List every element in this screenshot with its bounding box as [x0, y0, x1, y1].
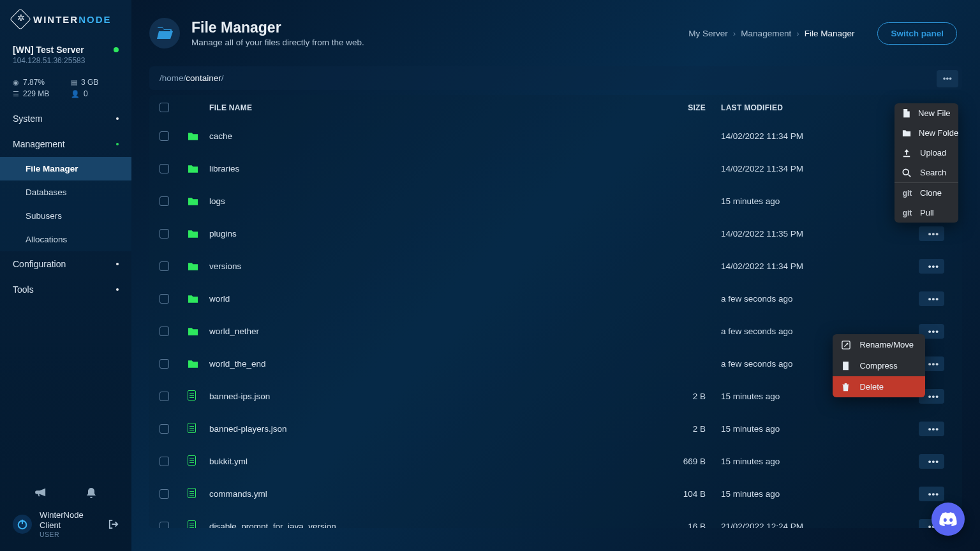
- nav-tools[interactable]: Tools: [0, 277, 131, 302]
- server-ip: 104.128.51.36:25583: [13, 56, 119, 65]
- table-row[interactable]: cache14/02/2022 11:34 PM•••: [149, 120, 962, 152]
- crumb-server[interactable]: My Server: [688, 29, 728, 38]
- menu-new-file[interactable]: New File: [895, 103, 958, 123]
- row-checkbox[interactable]: [160, 294, 169, 304]
- row-checkbox[interactable]: [160, 261, 169, 271]
- table-row[interactable]: logs15 minutes ago•••: [149, 185, 962, 217]
- chevron-right-icon: ›: [733, 29, 736, 38]
- row-checkbox[interactable]: [160, 457, 169, 466]
- nav-sub-allocations[interactable]: Allocations: [0, 228, 131, 251]
- table-header: FILE NAME SIZE LAST MODIFIED: [149, 95, 962, 120]
- nav-sub-file-manager[interactable]: File Manager: [0, 157, 131, 180]
- menu-compress[interactable]: Compress: [833, 355, 925, 376]
- file-name: world_nether: [209, 327, 259, 336]
- path-bar[interactable]: / home / container / •••: [149, 66, 962, 90]
- table-row[interactable]: libraries14/02/2022 11:34 PM•••: [149, 152, 962, 185]
- row-checkbox[interactable]: [160, 229, 169, 239]
- col-filename[interactable]: FILE NAME: [209, 103, 619, 112]
- server-card[interactable]: [WN] Test Server 104.128.51.36:25583: [0, 37, 131, 74]
- dot-icon: [116, 263, 119, 265]
- page-header: File Manager Manage all of your files di…: [131, 0, 980, 60]
- dot-icon: [116, 143, 119, 145]
- svg-point-2: [903, 169, 909, 175]
- file-name: world_the_end: [209, 359, 266, 369]
- table-row[interactable]: plugins14/02/2022 11:35 PM•••: [149, 217, 962, 250]
- server-stats: ◉7.87% ▤3 GB ☰229 MB 👤0: [0, 74, 131, 106]
- select-all-checkbox[interactable]: [160, 103, 169, 112]
- folder-icon: [188, 132, 209, 141]
- file-icon: [188, 488, 196, 498]
- sidebar-footer: WinterNode Client USER: [0, 476, 131, 552]
- file-name: world: [209, 294, 230, 304]
- discord-button[interactable]: [932, 503, 965, 536]
- row-checkbox[interactable]: [160, 196, 169, 206]
- brand[interactable]: WINTERNODE: [0, 0, 131, 37]
- folder-icon: [188, 295, 209, 304]
- row-checkbox[interactable]: [160, 424, 169, 434]
- menu-upload[interactable]: Upload: [895, 143, 958, 163]
- table-row[interactable]: disable_prompt_for_java_version16 B21/02…: [149, 510, 962, 528]
- row-checkbox[interactable]: [160, 164, 169, 173]
- menu-new-folder[interactable]: New Folder: [895, 123, 958, 143]
- logout-icon[interactable]: [108, 519, 119, 529]
- file-table: FILE NAME SIZE LAST MODIFIED cache14/02/…: [149, 95, 962, 528]
- col-modified[interactable]: LAST MODIFIED: [721, 103, 919, 112]
- file-size: 16 B: [619, 522, 721, 528]
- nav-configuration[interactable]: Configuration: [0, 251, 131, 277]
- row-more-button[interactable]: •••: [919, 291, 944, 306]
- nav-sub-subusers[interactable]: Subusers: [0, 204, 131, 228]
- main: File Manager Manage all of your files di…: [131, 0, 980, 551]
- user-role: USER: [40, 531, 101, 538]
- row-more-button[interactable]: •••: [919, 226, 944, 241]
- crumb-management[interactable]: Management: [741, 29, 791, 38]
- row-checkbox[interactable]: [160, 522, 169, 528]
- table-row[interactable]: worlda few seconds ago•••: [149, 283, 962, 315]
- file-modified: 14/02/2022 11:34 PM: [721, 164, 919, 173]
- file-name: disable_prompt_for_java_version: [209, 522, 336, 528]
- file-name: commands.yml: [209, 489, 267, 499]
- nav-sub-databases[interactable]: Databases: [0, 180, 131, 204]
- file-name: plugins: [209, 229, 237, 239]
- row-checkbox[interactable]: [160, 359, 169, 369]
- menu-git-clone[interactable]: git Clone: [895, 183, 958, 203]
- path-more-button[interactable]: •••: [937, 70, 958, 87]
- file-modified: 15 minutes ago: [721, 489, 919, 499]
- menu-search[interactable]: Search: [895, 163, 958, 182]
- row-checkbox[interactable]: [160, 131, 169, 141]
- table-row[interactable]: commands.yml104 B15 minutes ago•••: [149, 478, 962, 510]
- table-row[interactable]: versions14/02/2022 11:34 PM•••: [149, 250, 962, 283]
- file-plus-icon: [902, 109, 910, 118]
- git-label: git: [902, 209, 912, 217]
- git-label: git: [902, 189, 912, 198]
- menu-rename[interactable]: Rename/Move: [833, 334, 925, 355]
- power-icon: [13, 515, 32, 534]
- path-container[interactable]: container: [186, 73, 221, 83]
- file-name: bukkit.yml: [209, 457, 248, 466]
- table-row[interactable]: bukkit.yml669 B15 minutes ago•••: [149, 445, 962, 478]
- row-checkbox[interactable]: [160, 489, 169, 499]
- switch-panel-button[interactable]: Switch panel: [877, 22, 957, 45]
- col-size[interactable]: SIZE: [619, 103, 721, 112]
- user-card[interactable]: WinterNode Client USER: [0, 504, 131, 545]
- row-more-button[interactable]: •••: [919, 259, 944, 274]
- file-modified: 15 minutes ago: [721, 196, 919, 206]
- file-size: 104 B: [619, 489, 721, 499]
- folder-icon: [188, 262, 209, 271]
- nav-management[interactable]: Management: [0, 131, 131, 157]
- path-home[interactable]: home: [162, 73, 184, 83]
- megaphone-icon[interactable]: [35, 487, 47, 499]
- file-icon: [188, 390, 196, 400]
- svg-line-3: [909, 174, 911, 177]
- bell-icon[interactable]: [86, 487, 96, 499]
- row-checkbox[interactable]: [160, 327, 169, 336]
- nav-system[interactable]: System: [0, 106, 131, 131]
- nav-management-sub: File Manager Databases Subusers Allocati…: [0, 157, 131, 251]
- menu-git-pull[interactable]: git Pull: [895, 203, 958, 223]
- row-more-button[interactable]: •••: [919, 487, 944, 501]
- menu-delete[interactable]: Delete: [833, 376, 925, 397]
- file-name: logs: [209, 196, 225, 206]
- row-more-button[interactable]: •••: [919, 454, 944, 469]
- row-more-button[interactable]: •••: [919, 422, 944, 436]
- row-checkbox[interactable]: [160, 392, 169, 401]
- table-row[interactable]: banned-players.json2 B15 minutes ago•••: [149, 413, 962, 445]
